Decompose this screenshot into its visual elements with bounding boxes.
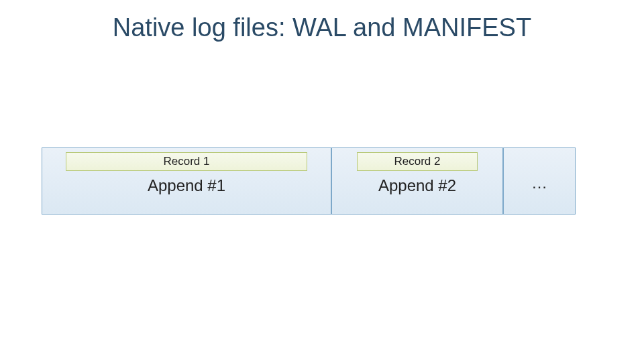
log-row: Record 1 Append #1 Record 2 Append #2 … (42, 147, 576, 215)
record-box-2: Record 2 (357, 152, 478, 171)
append-block-1: Record 1 Append #1 (42, 147, 331, 215)
append-block-ellipsis: … (503, 147, 576, 215)
append-label-2: Append #2 (378, 176, 456, 195)
slide-title: Native log files: WAL and MANIFEST (0, 13, 644, 42)
ellipsis-icon: … (511, 152, 568, 214)
record-label-1: Record 1 (164, 155, 210, 168)
record-label-2: Record 2 (394, 155, 441, 168)
record-box-1: Record 1 (66, 152, 307, 171)
append-label-1: Append #1 (148, 176, 225, 195)
append-block-2: Record 2 Append #2 (331, 147, 503, 215)
